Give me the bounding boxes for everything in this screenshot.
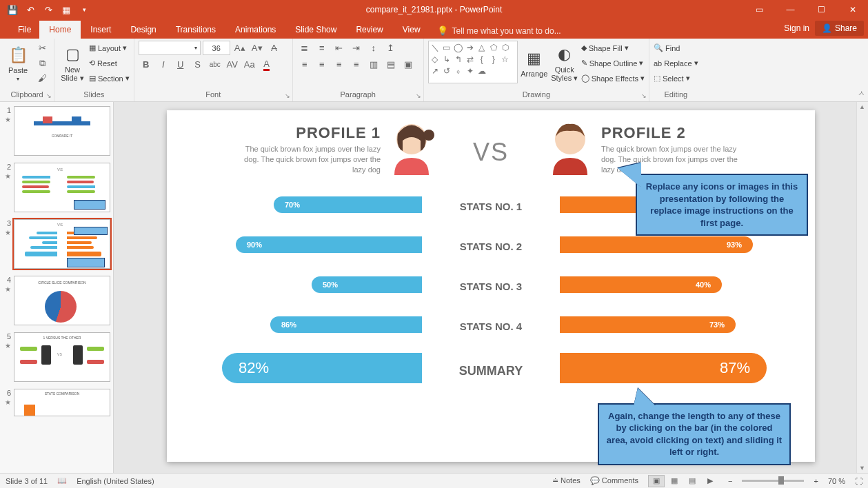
reading-view-icon[interactable]: ▤ [684, 475, 700, 487]
dialog-launcher-icon[interactable]: ↘ [641, 92, 647, 99]
qat-more-icon[interactable]: ▾ [76, 1, 92, 18]
text-direction-icon[interactable]: ↥ [383, 41, 398, 55]
shapes-gallery[interactable]: ＼▭◯➔△⬠⬡ ◇↳↰⇄{}☆ ↗↺⬨✦☁ [428, 41, 518, 83]
close-icon[interactable]: ✕ [837, 0, 868, 19]
signin-link[interactable]: Sign in [784, 23, 809, 33]
font-size-combo[interactable]: 36 [203, 41, 230, 55]
dialog-launcher-icon[interactable]: ↘ [285, 92, 290, 99]
stat2-left-bar[interactable]: 90% [236, 236, 422, 253]
undo-icon[interactable]: ↶ [22, 1, 39, 18]
dialog-launcher-icon[interactable]: ↘ [416, 92, 421, 99]
slide-thumb-4[interactable]: 4★ CIRCLE SLICE COMPARISON [3, 276, 110, 325]
zoom-value[interactable]: 70 % [828, 477, 845, 485]
tab-insert[interactable]: Insert [81, 21, 121, 39]
tab-animations[interactable]: Animations [225, 21, 285, 39]
shape-fill-button[interactable]: ◆ Shape Fill ▾ [581, 41, 645, 55]
cut-icon[interactable]: ✂ [34, 41, 50, 55]
stat-label-1[interactable]: STATS NO. 1 [432, 196, 549, 216]
copy-icon[interactable]: ⧉ [34, 56, 50, 70]
find-button[interactable]: 🔍 Find [654, 41, 698, 55]
numbering-icon[interactable]: ≡ [314, 41, 330, 55]
format-painter-icon[interactable]: 🖌 [34, 71, 50, 85]
shrink-font-icon[interactable]: A▾ [250, 41, 265, 55]
slide-editor[interactable]: PROFILE 1 The quick brown fox jumps over… [114, 102, 868, 473]
share-button[interactable]: 👤 Share [815, 21, 864, 36]
comments-button[interactable]: 💬 Comments [590, 476, 638, 485]
slide-thumb-2[interactable]: 2★ VS [3, 163, 110, 212]
spell-check-icon[interactable]: 📖 [57, 476, 67, 485]
replace-button[interactable]: ab Replace ▾ [654, 56, 698, 70]
slide-thumbnail-panel[interactable]: 1★ COMPARE IT 2★ VS 3★ VS 4★ CIRCLE SLIC… [0, 102, 114, 473]
summary-label[interactable]: SUMMARY [432, 356, 549, 386]
font-color-icon[interactable]: A [259, 57, 274, 72]
slide-canvas[interactable]: PROFILE 1 The quick brown fox jumps over… [167, 110, 815, 462]
slide-count[interactable]: Slide 3 of 11 [6, 477, 48, 485]
shape-effects-button[interactable]: ◯ Shape Effects ▾ [581, 71, 645, 85]
start-from-beginning-icon[interactable]: ▦ [58, 1, 74, 18]
tab-transitions[interactable]: Transitions [166, 21, 225, 39]
bold-icon[interactable]: B [139, 57, 154, 72]
align-left-icon[interactable]: ≡ [297, 57, 312, 72]
dec-indent-icon[interactable]: ⇤ [332, 41, 347, 55]
maximize-icon[interactable]: ☐ [806, 0, 837, 19]
arrange-button[interactable]: ▦ Arrange [521, 41, 548, 86]
underline-icon[interactable]: U [173, 57, 188, 72]
minimize-icon[interactable]: — [775, 0, 806, 19]
tab-design[interactable]: Design [121, 21, 165, 39]
collapse-ribbon-icon[interactable]: ㅅ [858, 88, 865, 99]
font-name-combo[interactable]: ▾ [139, 41, 201, 55]
tab-view[interactable]: View [393, 21, 430, 39]
save-icon[interactable]: 💾 [4, 1, 21, 18]
stat-label-2[interactable]: STATS NO. 2 [432, 236, 549, 256]
normal-view-icon[interactable]: ▣ [648, 475, 665, 487]
sorter-view-icon[interactable]: ▦ [666, 475, 683, 487]
fit-to-window-icon[interactable]: ⛶ [855, 477, 862, 485]
new-slide-button[interactable]: ▢ NewSlide ▾ [59, 41, 86, 86]
select-button[interactable]: ⬚ Select ▾ [654, 71, 698, 85]
align-text-icon[interactable]: ▤ [383, 57, 398, 72]
stat3-left-bar[interactable]: 50% [312, 276, 422, 293]
reset-button[interactable]: ⟲ Reset [89, 56, 130, 70]
slide-thumb-5[interactable]: 5★ 1 VERSUS THE OTHER VS [3, 332, 110, 382]
smartart-icon[interactable]: ▣ [401, 57, 416, 72]
slide-thumb-3[interactable]: 3★ VS [3, 219, 110, 269]
stat4-right-bar[interactable]: 73% [560, 316, 736, 333]
zoom-in-icon[interactable]: + [814, 477, 818, 485]
line-spacing-icon[interactable]: ↕ [366, 41, 381, 55]
stat-label-4[interactable]: STATS NO. 4 [432, 316, 549, 336]
tell-me-search[interactable]: 💡 Tell me what you want to do... [437, 26, 561, 39]
stat-label-3[interactable]: STATS NO. 3 [432, 276, 549, 296]
italic-icon[interactable]: I [156, 57, 171, 72]
quick-styles-button[interactable]: ◐ QuickStyles ▾ [551, 41, 578, 86]
slide-thumb-1[interactable]: 1★ COMPARE IT [3, 106, 110, 156]
spacing-icon[interactable]: AV [225, 57, 240, 72]
profile1-avatar[interactable] [387, 120, 436, 175]
tab-slideshow[interactable]: Slide Show [285, 21, 346, 39]
inc-indent-icon[interactable]: ⇥ [349, 41, 364, 55]
grow-font-icon[interactable]: A▴ [232, 41, 248, 55]
vs-label[interactable]: VS [473, 138, 509, 167]
dialog-launcher-icon[interactable]: ↘ [46, 92, 52, 99]
tab-home[interactable]: Home [39, 21, 81, 39]
vertical-scrollbar[interactable] [856, 102, 868, 473]
slide-thumb-6[interactable]: 6★ STATS COMPARISON [3, 389, 110, 416]
stat1-left-bar[interactable]: 70% [274, 196, 422, 213]
summary-right-bar[interactable]: 87% [560, 353, 767, 383]
redo-icon[interactable]: ↷ [40, 1, 57, 18]
shadow-icon[interactable]: abc [208, 57, 223, 72]
align-center-icon[interactable]: ≡ [314, 57, 330, 72]
zoom-slider[interactable] [742, 480, 804, 482]
align-right-icon[interactable]: ≡ [332, 57, 347, 72]
stat4-left-bar[interactable]: 86% [270, 316, 422, 333]
zoom-handle[interactable] [778, 476, 784, 485]
layout-button[interactable]: ▦ Layout ▾ [89, 41, 130, 55]
callout-change-length[interactable]: Again, change the length to any of these… [598, 403, 791, 465]
slideshow-view-icon[interactable]: ▶ [702, 475, 718, 487]
stat2-right-bar[interactable]: 93% [560, 236, 753, 253]
ribbon-options-icon[interactable]: ▭ [744, 0, 775, 19]
zoom-out-icon[interactable]: − [728, 477, 732, 485]
case-icon[interactable]: Aa [242, 57, 257, 72]
summary-left-bar[interactable]: 82% [222, 353, 422, 383]
columns-icon[interactable]: ▥ [366, 57, 381, 72]
shape-outline-button[interactable]: ✎ Shape Outline ▾ [581, 56, 645, 70]
